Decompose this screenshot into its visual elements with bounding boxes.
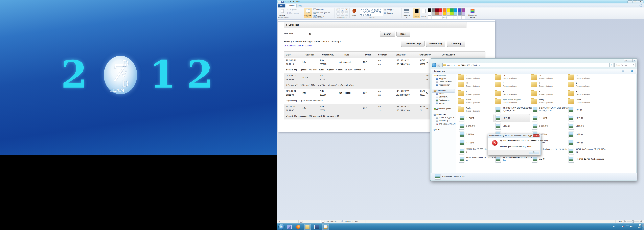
save-icon[interactable] — [281, 0, 284, 3]
file-name[interactable]: 1 — [466, 74, 467, 76]
breadcrumb-arrow-icon[interactable]: ▸ — [456, 64, 457, 67]
outline-menuitem[interactable]: Контур ▾ — [384, 8, 394, 11]
file-name[interactable]: 1 (36).jpg — [576, 133, 583, 135]
folder-icon[interactable] — [458, 82, 464, 88]
taskbar-paint-button[interactable] — [322, 224, 329, 230]
file-name[interactable]: 99746_KimBassinger_26_123_165lo.j — [466, 156, 496, 158]
resize-menuitem[interactable]: Изменить размер — [314, 12, 330, 14]
color2-button[interactable]: Цвет 2 — [420, 8, 427, 18]
palette-swatch[interactable] — [450, 8, 454, 12]
volume-icon[interactable]: ◖)) — [630, 225, 632, 228]
folder-icon[interactable] — [458, 90, 464, 96]
folder-icon[interactable] — [495, 82, 501, 88]
image-file-icon[interactable] — [496, 107, 501, 113]
image-file-icon[interactable] — [568, 156, 574, 162]
file-name[interactable]: 4 — [576, 82, 577, 84]
file-name-line2[interactable]: .jpg — [503, 159, 506, 161]
zoom-in-button[interactable]: + — [640, 220, 643, 223]
image-file-icon[interactable] — [568, 123, 574, 130]
file-name[interactable]: 10 — [503, 74, 505, 76]
breadcrumb-segment[interactable]: Weeks — [472, 64, 479, 67]
sidebar-item-disk[interactable]: Локальный диск (C — [439, 116, 455, 120]
sidebar-item-disk[interactable]: VMWARE (E:) — [439, 120, 450, 122]
breadcrumb-segment[interactable]: Интернет — [446, 64, 456, 67]
palette-swatch[interactable] — [435, 12, 439, 16]
color-picker-icon[interactable]: ∕ — [341, 12, 344, 16]
paint-titlebar[interactable]: ↶ ↷ ▾ 18 - Paint — ❐ ✕ — [277, 0, 644, 4]
palette-swatch[interactable] — [454, 8, 458, 12]
image-file-icon[interactable] — [568, 107, 574, 113]
address-bar[interactable]: Интернет▸188.244.32.180▸Weeks▸ ▾ — [442, 63, 609, 68]
start-button[interactable]: ⊞ — [278, 224, 284, 230]
folder-icon[interactable] — [495, 99, 501, 104]
image-file-icon[interactable] — [568, 140, 574, 146]
image-file-icon[interactable] — [532, 156, 537, 162]
ok-button[interactable]: OK — [529, 151, 539, 154]
explorer-minimize-button[interactable]: — — [624, 59, 628, 62]
palette-swatch[interactable] — [443, 12, 446, 16]
sidebar-item-pic[interactable]: Изображения — [439, 99, 450, 102]
file-name[interactable]: 8 — [539, 90, 540, 92]
file-name[interactable]: 1 (18).jpg — [576, 117, 583, 119]
explorer-help-icon[interactable]: ? — [631, 70, 633, 72]
file-name[interactable]: 1 (17).jpg — [539, 117, 547, 119]
file-name[interactable]: Lobby — [539, 99, 544, 101]
file-name[interactable]: 6 — [503, 90, 504, 92]
sidebar-item-recent[interactable]: Недавние места — [439, 81, 452, 84]
palette-swatch[interactable] — [458, 12, 461, 16]
file-name[interactable]: 3 — [539, 82, 540, 84]
folder-icon[interactable] — [531, 90, 537, 96]
sidebar-item-video[interactable]: Видео — [439, 93, 444, 96]
file-name[interactable]: japan_movie_program — [503, 99, 520, 101]
file-name[interactable]: 1 (37).jpg — [466, 142, 474, 144]
show-desktop-button[interactable] — [642, 223, 644, 230]
taskbar-winstack-button[interactable] — [286, 224, 292, 230]
file-name[interactable]: 1 (20).JPG — [466, 125, 475, 127]
folder-icon[interactable] — [458, 74, 464, 80]
file-name[interactable]: 1 (21).jpg — [503, 125, 510, 127]
file-name[interactable]: 1 (23).JPG — [576, 125, 584, 127]
tab-home[interactable]: Главная — [286, 4, 296, 8]
refresh-icon[interactable]: ↻ — [610, 63, 614, 68]
language-indicator[interactable]: EN — [613, 226, 615, 228]
folder-icon[interactable] — [531, 99, 537, 104]
palette-swatch[interactable] — [435, 8, 439, 12]
download-logs-button[interactable]: Download Logs — [401, 41, 425, 47]
file-name[interactable]: Trailer — [466, 107, 471, 109]
brushes-button[interactable]: Кисти▾ — [350, 8, 358, 18]
views-icon[interactable] — [622, 70, 624, 72]
file-name[interactable]: 13 — [466, 82, 468, 84]
image-file-icon[interactable] — [568, 115, 574, 121]
clear-log-button[interactable]: Clear log — [447, 41, 465, 47]
palette-swatch[interactable] — [428, 12, 431, 16]
breadcrumb-arrow-icon[interactable]: ▸ — [470, 64, 472, 67]
file-name-line2[interactable]: pg — [576, 151, 578, 153]
sidebar-item-dl[interactable]: Загрузки — [439, 78, 446, 80]
refresh-log-button[interactable]: Refresh Log — [426, 41, 445, 47]
palette-swatch[interactable] — [428, 16, 431, 19]
file-name-line2[interactable]: g — [466, 151, 467, 153]
image-file-icon[interactable] — [496, 123, 501, 130]
folder-icon[interactable] — [531, 74, 537, 80]
sidebar-item-lib[interactable]: Библиотеки — [436, 90, 446, 92]
sidebar-item-comp[interactable]: Компьютер — [436, 114, 446, 116]
image-file-icon[interactable] — [459, 132, 464, 138]
folder-icon[interactable] — [568, 99, 574, 104]
address-dropdown-icon[interactable]: ▾ — [608, 65, 608, 66]
nav-history-dropdown-icon[interactable]: ▾ — [440, 64, 441, 66]
sidebar-item-music[interactable]: Музыка — [439, 102, 445, 105]
explorer-close-button[interactable]: ✕ — [632, 59, 636, 62]
sidebar-item-desktop[interactable]: Рабочий стол — [439, 84, 450, 87]
file-name-fragment[interactable]: PG — [542, 141, 545, 143]
palette-swatch[interactable] — [439, 8, 442, 12]
folder-icon[interactable] — [458, 107, 464, 112]
image-file-icon[interactable] — [532, 107, 537, 113]
views-dropdown-icon[interactable]: ▾ — [624, 70, 625, 72]
file-name[interactable]: 1 (22).JPG — [539, 125, 548, 127]
text-tool-icon[interactable]: A — [345, 8, 348, 12]
reset-button[interactable]: Reset — [396, 31, 410, 37]
minimize-button[interactable]: — — [628, 0, 633, 3]
zoom-slider-thumb[interactable] — [632, 220, 634, 223]
file-name-fragment[interactable]: _KimBassinger_23_123_93lo.jp — [542, 148, 567, 150]
file-name[interactable]: Poster — [576, 99, 581, 101]
